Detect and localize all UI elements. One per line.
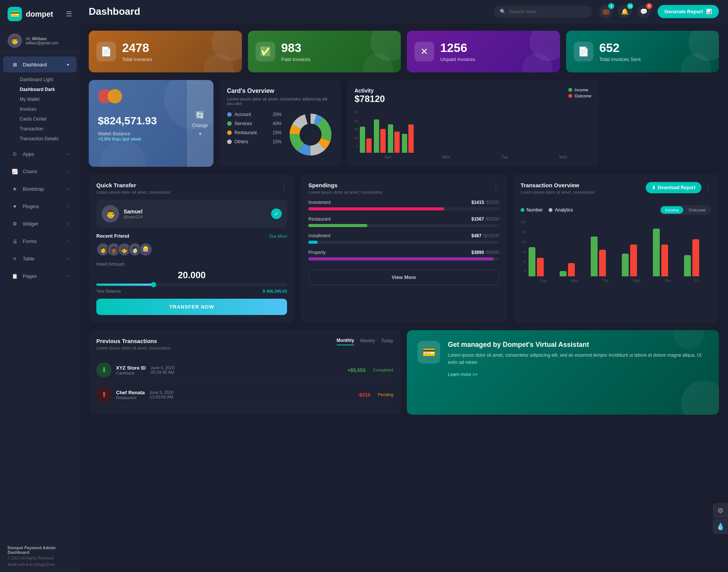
sidebar-item-widget[interactable]: ⚙ Widget › [3, 216, 77, 232]
view-more-button[interactable]: View More [308, 270, 499, 285]
water-fab-button[interactable]: 💧 [713, 519, 728, 534]
paid-invoices-icon: ✅ [256, 42, 275, 61]
transfer-now-button[interactable]: TRANSFER NOW [96, 299, 287, 315]
activity-title: Activity [355, 88, 385, 94]
tx-bar-tue [591, 237, 618, 276]
sidebar-item-forms[interactable]: 🖨 Forms › [3, 233, 77, 249]
amount-slider[interactable] [96, 284, 287, 286]
avatar: 👨 [8, 33, 22, 48]
see-more-button[interactable]: See More [269, 234, 287, 238]
tx-bar-fri [684, 239, 711, 276]
activity-legend: Income Outcome [568, 88, 592, 98]
bar-group-tue [388, 124, 400, 153]
sidebar-item-dashboard[interactable]: ⊞ Dashboard ▾ [3, 56, 77, 72]
table-row: ⬆ Chef Renata Restaurant June 5, 2020 11… [96, 382, 393, 407]
spendings-menu[interactable]: ⋮ [493, 182, 499, 190]
outcome-toggle[interactable]: Outcome [684, 206, 710, 214]
contact-card: 👨 Samuel @sam224 ✓ [96, 200, 287, 228]
outcome-bar-tue [394, 132, 400, 153]
tx-overview-menu[interactable]: ⋮ [704, 183, 711, 192]
charts-icon: 📈 [11, 167, 19, 176]
tx-overview-desc: Lorem ipsum dolor sit amet, consectetur [521, 190, 595, 194]
header: Dashboard 🔍 💼 2 🔔 12 💬 5 Generate Report… [80, 0, 728, 23]
tx-outcome-sun [537, 258, 544, 276]
notifications-button[interactable]: 🔔 12 [618, 5, 632, 18]
spendings-title: Spendings [308, 182, 383, 188]
nav-dashboard[interactable]: ⊞ Dashboard ▾ Dashboard Light Dashboard … [0, 56, 80, 145]
balance-value: $ 456,345.62 [263, 289, 287, 293]
spendings-section: Spendings Lorem ipsum dolor sit amet, co… [301, 174, 507, 323]
va-learn-more-link[interactable]: Learn more >> [448, 372, 478, 377]
total-sent-number: 652 [599, 41, 641, 55]
submenu-cards-center[interactable]: Cards Center [20, 114, 80, 124]
download-report-button[interactable]: ⬇ Download Report [646, 182, 701, 193]
tx-status-2: Pending [378, 392, 393, 397]
submenu-invoices[interactable]: Invoices [20, 104, 80, 114]
income-toggle[interactable]: Income [661, 206, 683, 214]
forms-icon: 🖨 [11, 237, 19, 245]
sidebar-user: 👨 Hi, William william@gmail.com [0, 28, 80, 52]
generate-report-button[interactable]: Generate Report 📊 [657, 5, 719, 18]
logo-text: dompet [26, 10, 53, 19]
quick-transfer-menu[interactable]: ⋮ [280, 182, 287, 190]
investment-bar [308, 207, 444, 210]
bottom-row: Quick Transfer Lorem ipsum dolor sit ame… [89, 174, 719, 323]
legend-restaurant: Restaurant 15% [227, 130, 282, 135]
sidebar-logo: 💳 dompet ☰ [0, 0, 80, 28]
sidebar-item-pages[interactable]: 📋 Pages › [3, 268, 77, 284]
dashboard-label: Dashboard [23, 62, 47, 67]
tab-monthly[interactable]: Monthly [337, 338, 354, 345]
plugins-icon: ♥ [11, 202, 19, 210]
tx-legend: Number Analytics Income Outcome [521, 205, 711, 215]
tx-amount-2: -$210 [358, 392, 370, 398]
submenu-transaction[interactable]: Transaction [20, 124, 80, 134]
spending-restaurant: Restaurant $1567 /$5000 [308, 216, 499, 227]
tx-bar-sun [529, 247, 556, 276]
friend-avatars: 👩 👩🏾 👧 👩🏻 👱‍♀️ [96, 243, 287, 256]
sidebar-item-apps[interactable]: ① Apps › [3, 146, 77, 162]
hamburger-icon[interactable]: ☰ [66, 10, 72, 18]
prev-tx-tabs: Monthly Weekly Today [337, 338, 393, 345]
stat-card-paid-invoices: ✅ 983 Paid Invoices [248, 31, 401, 72]
refresh-icon: 🔄 [195, 111, 205, 120]
chevron-right-icon-3: › [68, 187, 69, 191]
briefcase-button[interactable]: 💼 2 [599, 5, 613, 18]
sidebar-item-charts[interactable]: 📈 Charts › [3, 163, 77, 179]
submenu-transaction-details[interactable]: Transaction Details [20, 134, 80, 144]
chevron-right-icon: › [68, 152, 69, 156]
tx-date-2: June 5, 2020 11:00:00 AM [149, 390, 174, 399]
messages-button[interactable]: 💬 5 [637, 5, 651, 18]
card-overview: Card's Overview Lorem ipsum dolor sit am… [220, 80, 341, 167]
tx-bar-thu [653, 229, 680, 276]
recent-friends: Recent Friend See More 👩 👩🏾 👧 👩🏻 👱‍♀️ [96, 233, 287, 256]
tab-weekly[interactable]: Weekly [360, 338, 375, 345]
submenu-dashboard-dark[interactable]: Dashboard Dark [20, 85, 80, 94]
change-button[interactable]: 🔄 Change ▾ [187, 80, 213, 167]
contact-avatar: 👨 [102, 205, 119, 223]
chart-icon: 📊 [706, 9, 712, 14]
tx-income-sun [529, 247, 535, 276]
card-overview-desc: Lorem ipsum dolor sit amet, consectetur … [227, 97, 334, 106]
contact-handle: @sam224 [124, 215, 143, 219]
tx-overview-title: Transaction Overview [521, 182, 595, 188]
others-dot [227, 139, 232, 144]
total-invoices-icon: 📄 [96, 42, 116, 61]
settings-fab-button[interactable]: ⚙ [713, 503, 728, 518]
tx-bar-wed [622, 244, 649, 276]
bootstrap-label: Bootstrap [23, 186, 44, 192]
previous-transactions-section: Previous Transactions Lorem ipsum dolor … [89, 330, 401, 415]
virtual-assistant-section: 💳 Get managed by Dompet's Virtual Assist… [407, 330, 719, 415]
bar-group-mon [374, 119, 386, 153]
tab-today[interactable]: Today [381, 338, 393, 345]
submenu-dashboard-light[interactable]: Dashboard Light [20, 75, 80, 85]
submenu-my-wallet[interactable]: My Wallet [20, 94, 80, 104]
mc-orange-circle [108, 89, 122, 103]
search-bar[interactable]: 🔍 [494, 6, 592, 17]
table-row: ⬇ XYZ Store ID Cashback June 4, 2020 05:… [96, 358, 393, 382]
search-input[interactable] [509, 9, 586, 14]
chevron-right-icon-7: › [68, 257, 69, 261]
paid-invoices-number: 983 [281, 41, 311, 55]
sidebar-item-bootstrap[interactable]: ★ Bootstrap › [3, 181, 77, 197]
sidebar-item-table[interactable]: ≡ Table › [3, 251, 77, 266]
sidebar-item-plugins[interactable]: ♥ Plugins › [3, 198, 77, 214]
